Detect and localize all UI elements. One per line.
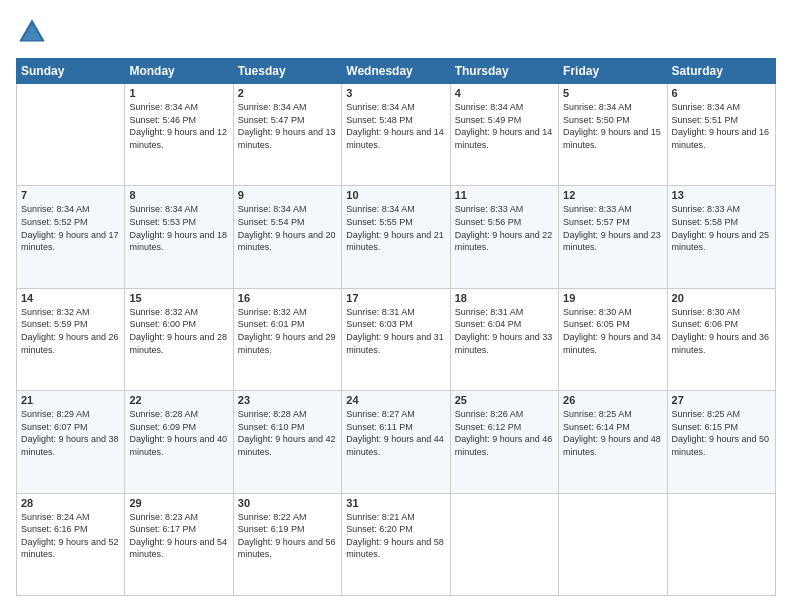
calendar-cell: 18Sunrise: 8:31 AMSunset: 6:04 PMDayligh…: [450, 288, 558, 390]
cell-info: Sunrise: 8:31 AMSunset: 6:04 PMDaylight:…: [455, 306, 554, 356]
day-number: 24: [346, 394, 445, 406]
calendar-week-row: 1Sunrise: 8:34 AMSunset: 5:46 PMDaylight…: [17, 84, 776, 186]
day-number: 21: [21, 394, 120, 406]
calendar-cell: [17, 84, 125, 186]
calendar-cell: 30Sunrise: 8:22 AMSunset: 6:19 PMDayligh…: [233, 493, 341, 595]
day-number: 8: [129, 189, 228, 201]
cell-info: Sunrise: 8:33 AMSunset: 5:56 PMDaylight:…: [455, 203, 554, 253]
day-number: 31: [346, 497, 445, 509]
calendar-cell: 27Sunrise: 8:25 AMSunset: 6:15 PMDayligh…: [667, 391, 775, 493]
logo: [16, 16, 54, 48]
calendar-cell: [450, 493, 558, 595]
calendar-cell: 17Sunrise: 8:31 AMSunset: 6:03 PMDayligh…: [342, 288, 450, 390]
calendar-cell: 12Sunrise: 8:33 AMSunset: 5:57 PMDayligh…: [559, 186, 667, 288]
day-number: 30: [238, 497, 337, 509]
header: [16, 16, 776, 48]
cell-info: Sunrise: 8:30 AMSunset: 6:05 PMDaylight:…: [563, 306, 662, 356]
calendar-cell: 5Sunrise: 8:34 AMSunset: 5:50 PMDaylight…: [559, 84, 667, 186]
cell-info: Sunrise: 8:34 AMSunset: 5:53 PMDaylight:…: [129, 203, 228, 253]
cell-info: Sunrise: 8:32 AMSunset: 6:01 PMDaylight:…: [238, 306, 337, 356]
calendar-cell: 25Sunrise: 8:26 AMSunset: 6:12 PMDayligh…: [450, 391, 558, 493]
calendar-cell: 1Sunrise: 8:34 AMSunset: 5:46 PMDaylight…: [125, 84, 233, 186]
calendar-cell: 7Sunrise: 8:34 AMSunset: 5:52 PMDaylight…: [17, 186, 125, 288]
day-number: 13: [672, 189, 771, 201]
calendar-cell: 28Sunrise: 8:24 AMSunset: 6:16 PMDayligh…: [17, 493, 125, 595]
calendar-cell: 10Sunrise: 8:34 AMSunset: 5:55 PMDayligh…: [342, 186, 450, 288]
day-number: 17: [346, 292, 445, 304]
day-number: 14: [21, 292, 120, 304]
calendar-cell: [559, 493, 667, 595]
calendar-cell: 14Sunrise: 8:32 AMSunset: 5:59 PMDayligh…: [17, 288, 125, 390]
day-number: 6: [672, 87, 771, 99]
cell-info: Sunrise: 8:34 AMSunset: 5:46 PMDaylight:…: [129, 101, 228, 151]
calendar-week-row: 21Sunrise: 8:29 AMSunset: 6:07 PMDayligh…: [17, 391, 776, 493]
day-number: 27: [672, 394, 771, 406]
calendar-cell: 23Sunrise: 8:28 AMSunset: 6:10 PMDayligh…: [233, 391, 341, 493]
day-header: Thursday: [450, 59, 558, 84]
cell-info: Sunrise: 8:30 AMSunset: 6:06 PMDaylight:…: [672, 306, 771, 356]
day-header: Tuesday: [233, 59, 341, 84]
cell-info: Sunrise: 8:34 AMSunset: 5:50 PMDaylight:…: [563, 101, 662, 151]
day-number: 9: [238, 189, 337, 201]
cell-info: Sunrise: 8:34 AMSunset: 5:52 PMDaylight:…: [21, 203, 120, 253]
day-number: 4: [455, 87, 554, 99]
cell-info: Sunrise: 8:31 AMSunset: 6:03 PMDaylight:…: [346, 306, 445, 356]
cell-info: Sunrise: 8:32 AMSunset: 6:00 PMDaylight:…: [129, 306, 228, 356]
cell-info: Sunrise: 8:25 AMSunset: 6:15 PMDaylight:…: [672, 408, 771, 458]
calendar-cell: 15Sunrise: 8:32 AMSunset: 6:00 PMDayligh…: [125, 288, 233, 390]
calendar-cell: 21Sunrise: 8:29 AMSunset: 6:07 PMDayligh…: [17, 391, 125, 493]
day-number: 28: [21, 497, 120, 509]
calendar-header-row: SundayMondayTuesdayWednesdayThursdayFrid…: [17, 59, 776, 84]
calendar-cell: 9Sunrise: 8:34 AMSunset: 5:54 PMDaylight…: [233, 186, 341, 288]
cell-info: Sunrise: 8:22 AMSunset: 6:19 PMDaylight:…: [238, 511, 337, 561]
cell-info: Sunrise: 8:34 AMSunset: 5:54 PMDaylight:…: [238, 203, 337, 253]
day-number: 15: [129, 292, 228, 304]
day-number: 2: [238, 87, 337, 99]
calendar-week-row: 14Sunrise: 8:32 AMSunset: 5:59 PMDayligh…: [17, 288, 776, 390]
day-number: 16: [238, 292, 337, 304]
page: SundayMondayTuesdayWednesdayThursdayFrid…: [0, 0, 792, 612]
day-number: 7: [21, 189, 120, 201]
cell-info: Sunrise: 8:25 AMSunset: 6:14 PMDaylight:…: [563, 408, 662, 458]
logo-icon: [16, 16, 48, 48]
calendar-cell: 3Sunrise: 8:34 AMSunset: 5:48 PMDaylight…: [342, 84, 450, 186]
cell-info: Sunrise: 8:34 AMSunset: 5:48 PMDaylight:…: [346, 101, 445, 151]
calendar-table: SundayMondayTuesdayWednesdayThursdayFrid…: [16, 58, 776, 596]
day-number: 19: [563, 292, 662, 304]
day-header: Wednesday: [342, 59, 450, 84]
calendar-cell: 29Sunrise: 8:23 AMSunset: 6:17 PMDayligh…: [125, 493, 233, 595]
calendar-cell: 31Sunrise: 8:21 AMSunset: 6:20 PMDayligh…: [342, 493, 450, 595]
calendar-cell: 11Sunrise: 8:33 AMSunset: 5:56 PMDayligh…: [450, 186, 558, 288]
calendar-cell: 19Sunrise: 8:30 AMSunset: 6:05 PMDayligh…: [559, 288, 667, 390]
cell-info: Sunrise: 8:28 AMSunset: 6:10 PMDaylight:…: [238, 408, 337, 458]
day-header: Saturday: [667, 59, 775, 84]
calendar-cell: 4Sunrise: 8:34 AMSunset: 5:49 PMDaylight…: [450, 84, 558, 186]
calendar-cell: 13Sunrise: 8:33 AMSunset: 5:58 PMDayligh…: [667, 186, 775, 288]
day-number: 25: [455, 394, 554, 406]
cell-info: Sunrise: 8:28 AMSunset: 6:09 PMDaylight:…: [129, 408, 228, 458]
calendar-week-row: 28Sunrise: 8:24 AMSunset: 6:16 PMDayligh…: [17, 493, 776, 595]
cell-info: Sunrise: 8:24 AMSunset: 6:16 PMDaylight:…: [21, 511, 120, 561]
cell-info: Sunrise: 8:32 AMSunset: 5:59 PMDaylight:…: [21, 306, 120, 356]
cell-info: Sunrise: 8:29 AMSunset: 6:07 PMDaylight:…: [21, 408, 120, 458]
calendar-cell: 6Sunrise: 8:34 AMSunset: 5:51 PMDaylight…: [667, 84, 775, 186]
day-header: Monday: [125, 59, 233, 84]
day-number: 26: [563, 394, 662, 406]
cell-info: Sunrise: 8:23 AMSunset: 6:17 PMDaylight:…: [129, 511, 228, 561]
calendar-cell: 16Sunrise: 8:32 AMSunset: 6:01 PMDayligh…: [233, 288, 341, 390]
calendar-cell: 26Sunrise: 8:25 AMSunset: 6:14 PMDayligh…: [559, 391, 667, 493]
day-number: 1: [129, 87, 228, 99]
cell-info: Sunrise: 8:34 AMSunset: 5:51 PMDaylight:…: [672, 101, 771, 151]
day-number: 5: [563, 87, 662, 99]
day-number: 23: [238, 394, 337, 406]
calendar-cell: 24Sunrise: 8:27 AMSunset: 6:11 PMDayligh…: [342, 391, 450, 493]
day-header: Sunday: [17, 59, 125, 84]
day-number: 18: [455, 292, 554, 304]
day-number: 10: [346, 189, 445, 201]
cell-info: Sunrise: 8:33 AMSunset: 5:58 PMDaylight:…: [672, 203, 771, 253]
day-number: 20: [672, 292, 771, 304]
day-number: 12: [563, 189, 662, 201]
calendar-cell: 22Sunrise: 8:28 AMSunset: 6:09 PMDayligh…: [125, 391, 233, 493]
cell-info: Sunrise: 8:33 AMSunset: 5:57 PMDaylight:…: [563, 203, 662, 253]
day-number: 29: [129, 497, 228, 509]
